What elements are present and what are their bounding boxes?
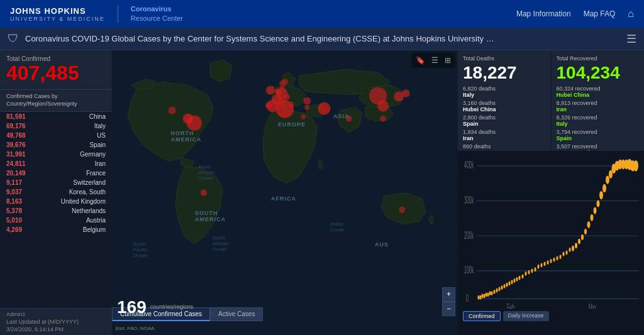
svg-point-51 (496, 288, 498, 293)
country-name: United Kingdom (61, 198, 106, 205)
country-name: Switzerland (73, 179, 106, 186)
svg-point-19 (346, 116, 352, 122)
country-name: Austria (86, 217, 106, 224)
svg-point-79 (578, 239, 580, 244)
recovered-count: 8,913 recovered (557, 100, 640, 106)
resource-center: Coronavirus Resource Center (131, 4, 183, 24)
last-updated-time: 3/24/2020, 6:14:14 PM (6, 326, 106, 332)
country-count: 31,991 (6, 151, 35, 158)
country-item[interactable]: 31,991Germany (0, 150, 112, 159)
death-count: 6,820 deaths (463, 85, 546, 92)
country-name: Spain (89, 141, 106, 148)
country-list[interactable]: 81,591China69,176Italy49,768US39,676Spai… (0, 112, 112, 308)
country-count: 9,117 (6, 179, 35, 186)
country-item[interactable]: 24,811Iran (0, 159, 112, 168)
country-list-title: Confirmed Cases by Country/Region/Sovere… (6, 93, 106, 107)
svg-point-84 (594, 207, 597, 214)
country-item[interactable]: 69,176Italy (0, 121, 112, 131)
country-count: 49,768 (6, 132, 35, 139)
svg-point-80 (581, 234, 584, 240)
svg-point-49 (491, 291, 493, 295)
stats-panels: Total Deaths 18,227 6,820 deathsItaly3,1… (458, 50, 644, 151)
list-icon[interactable]: ☰ (429, 55, 441, 66)
resource-line2: Resource Center (131, 14, 183, 23)
recovered-number: 104,234 (557, 63, 640, 83)
recovered-count: 8,326 recovered (557, 114, 640, 121)
svg-text:200k: 200k (464, 229, 474, 241)
country-item[interactable]: 39,676Spain (0, 140, 112, 150)
chart-tab-confirmed[interactable]: Confirmed (463, 311, 501, 321)
menu-icon[interactable]: ☰ (626, 32, 636, 46)
home-icon[interactable]: ⌂ (628, 8, 634, 19)
right-panels: Total Deaths 18,227 6,820 deathsItaly3,1… (458, 50, 644, 335)
death-item: 2,800 deathsSpain (463, 114, 546, 127)
world-map-svg (112, 50, 458, 312)
country-item[interactable]: 5,378Netherlands (0, 206, 112, 216)
country-count: 5,378 (6, 207, 35, 214)
map-toolbar: 🔖 ☰ ⊞ (411, 53, 455, 68)
country-item[interactable]: 8,163United Kingdom (0, 197, 112, 206)
shield-icon: 🛡 (8, 32, 19, 45)
country-item[interactable]: 49,768US (0, 131, 112, 140)
zoom-out-button[interactable]: − (442, 302, 455, 316)
bookmark-icon[interactable]: 🔖 (413, 55, 428, 66)
svg-point-87 (602, 184, 606, 192)
svg-point-22 (303, 97, 311, 105)
svg-point-97 (633, 160, 638, 172)
recovered-location: Iran (557, 106, 640, 113)
country-name: Germany (80, 151, 106, 158)
country-count: 5,010 (6, 217, 35, 224)
map-faq-link[interactable]: Map FAQ (584, 9, 616, 18)
recovered-count: 60,324 recovered (557, 85, 640, 92)
map-info-link[interactable]: Map Information (516, 9, 571, 18)
country-item[interactable]: 9,117Switzerland (0, 178, 112, 187)
svg-point-52 (499, 287, 501, 291)
recovered-panel: Total Recovered 104,234 60,324 recovered… (552, 50, 645, 151)
country-count: 9,037 (6, 189, 35, 195)
country-name: Korea, South (69, 189, 106, 195)
svg-point-16 (201, 190, 207, 196)
chart-tab-daily[interactable]: Daily Increase (503, 311, 549, 321)
death-count: 1,934 deaths (463, 129, 546, 135)
svg-point-66 (538, 265, 540, 269)
zoom-in-button[interactable]: + (442, 287, 455, 302)
country-item[interactable]: 4,269Belgium (0, 225, 112, 234)
svg-point-10 (284, 94, 290, 101)
country-count: 4,269 (6, 226, 35, 233)
left-panel: Total Confirmed 407,485 Confirmed Cases … (0, 50, 112, 335)
country-item[interactable]: 9,037Korea, South (0, 187, 112, 197)
left-footer: Admin1 Last Updated at (M/D/YYYY) 3/24/2… (0, 308, 112, 335)
svg-point-46 (486, 292, 487, 297)
grid-icon[interactable]: ⊞ (442, 55, 453, 66)
confirmed-box: Total Confirmed 407,485 (0, 50, 112, 90)
map-area[interactable]: NORTHAMERICA SOUTHAMERICA EUROPE AFRICA … (112, 50, 458, 335)
resource-line1: Coronavirus (131, 4, 183, 14)
recovered-count: 3,507 recovered (557, 143, 640, 150)
medicine-name: UNIVERSITY & MEDICINE (10, 16, 105, 22)
recovered-location: Spain (557, 135, 640, 141)
svg-point-2 (183, 114, 193, 124)
recovered-item: 3,794 recoveredSpain (557, 129, 640, 141)
tab-active[interactable]: Active Cases (210, 307, 263, 321)
country-name: Italy (94, 123, 106, 129)
esri-credit: Esri, FAO, NOAA (112, 324, 158, 332)
chart-svg: 400k 300k 200k 100k 0 Feb Mar (463, 155, 639, 309)
recovered-item: 8,326 recoveredItaly (557, 114, 640, 127)
chart-area: 400k 300k 200k 100k 0 Feb Mar (458, 151, 644, 335)
svg-point-73 (560, 255, 562, 259)
death-count: 860 deaths (463, 143, 546, 150)
death-location: Iran (463, 135, 546, 141)
svg-point-67 (541, 263, 543, 268)
country-item[interactable]: 20,149France (0, 168, 112, 178)
svg-point-26 (282, 79, 288, 85)
svg-text:400k: 400k (464, 160, 474, 171)
country-name: France (86, 170, 106, 177)
svg-point-55 (506, 283, 508, 287)
svg-point-76 (569, 248, 571, 252)
svg-point-28 (289, 102, 294, 107)
country-item[interactable]: 81,591China (0, 112, 112, 121)
country-item[interactable]: 5,010Austria (0, 216, 112, 225)
countries-count-display: 169 countries/regions (112, 295, 198, 320)
svg-point-45 (484, 294, 486, 299)
svg-point-86 (599, 191, 603, 199)
